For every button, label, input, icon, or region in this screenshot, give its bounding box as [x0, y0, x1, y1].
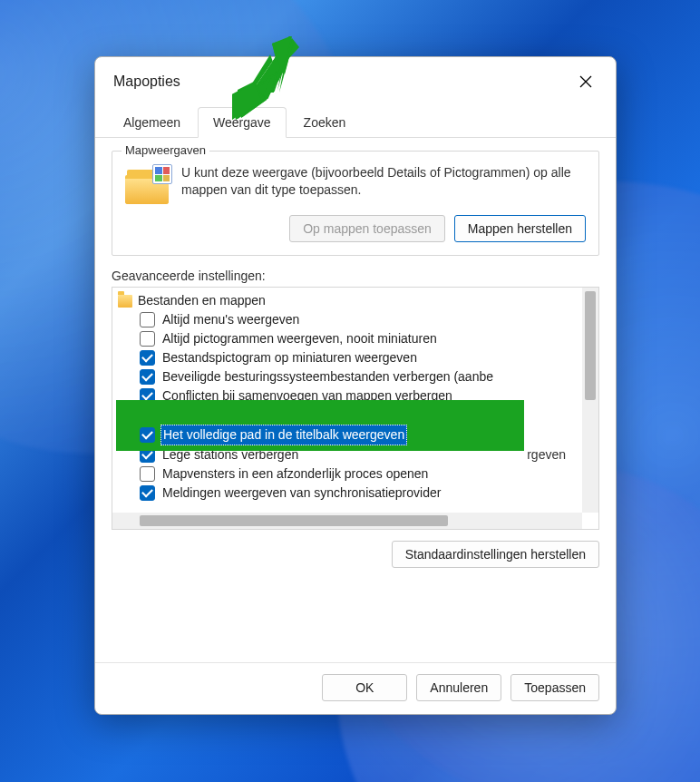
tree-item[interactable]: Bestandspictogram op miniaturen weergeve… [118, 348, 577, 367]
folder-options-dialog: Mapopties Algemeen Weergave Zoeken Mapwe… [94, 56, 617, 715]
tree-item-label: Beveiligde besturingssysteembestanden ve… [160, 367, 495, 386]
tree-root-files-folders: Bestanden en mappen [118, 291, 577, 310]
advanced-settings-label: Geavanceerde instellingen: [112, 269, 599, 283]
apply-button[interactable]: Toepassen [510, 674, 599, 701]
close-icon [579, 75, 592, 88]
tab-search[interactable]: Zoeken [288, 107, 362, 138]
checkbox[interactable] [140, 312, 155, 327]
tree-root-label: Bestanden en mappen [138, 291, 266, 310]
checkbox[interactable] [140, 485, 155, 501]
tree-item[interactable]: Altijd pictogrammen weergeven, nooit min… [118, 329, 577, 348]
tree-item-hidden2[interactable]: rgeven [118, 445, 577, 464]
tree-item[interactable]: Meldingen weergeven van synchronisatiepr… [118, 484, 577, 503]
advanced-settings-tree[interactable]: Bestanden en mappen Altijd menu's weerge… [112, 287, 599, 530]
tab-view[interactable]: Weergave [198, 107, 287, 138]
vertical-scrollbar[interactable] [582, 288, 598, 513]
tree-item[interactable]: Altijd menu's weergeven [118, 310, 577, 329]
checkbox[interactable] [140, 466, 155, 482]
folder-views-group-label: Mapweergaven [122, 143, 209, 157]
checkbox[interactable] [140, 350, 155, 366]
tree-item-label: Mapvensters in een afzonderlijk proces o… [160, 464, 430, 484]
ok-button[interactable]: OK [322, 674, 407, 701]
scrollbar-thumb[interactable] [585, 291, 596, 400]
tree-item-label: Meldingen weergeven van synchronisatiepr… [160, 484, 442, 503]
tree-item-full-path[interactable]: Het volledige pad in de titelbalk weerge… [118, 425, 577, 445]
tab-strip: Algemeen Weergave Zoeken [95, 103, 616, 138]
cancel-button[interactable]: Annuleren [416, 674, 501, 701]
tree-item-label: Altijd menu's weergeven [160, 310, 301, 329]
restore-defaults-button[interactable]: Standaardinstellingen herstellen [392, 541, 599, 568]
tree-item-label: Altijd pictogrammen weergeven, nooit min… [160, 329, 439, 348]
tree-item-trail: rgeven [525, 445, 568, 464]
tab-general[interactable]: Algemeen [108, 107, 196, 138]
titlebar: Mapopties [95, 57, 616, 103]
scrollbar-thumb[interactable] [140, 515, 448, 526]
checkbox[interactable] [140, 369, 155, 385]
folder-views-description: U kunt deze weergave (bijvoorbeeld Detai… [181, 164, 586, 199]
tree-item-trail: en [531, 406, 549, 425]
dialog-footer: OK Annuleren Toepassen [95, 662, 616, 714]
tree-item[interactable]: Mapvensters in een afzonderlijk proces o… [118, 464, 577, 484]
tree-item-label: Bestandspictogram op miniaturen weergeve… [160, 348, 419, 367]
tree-item[interactable]: Beveiligde besturingssysteembestanden ve… [118, 367, 577, 386]
checkbox[interactable] [140, 331, 155, 347]
folder-views-group: Mapweergaven U kunt deze weergave (bijvo… [112, 151, 599, 256]
tree-item-hidden[interactable]: en [118, 406, 577, 425]
tab-content: Mapweergaven U kunt deze weergave (bijvo… [95, 138, 616, 662]
folder-views-icon [125, 168, 169, 204]
checkbox[interactable] [140, 427, 155, 443]
dialog-title: Mapopties [113, 73, 180, 90]
close-button[interactable] [574, 70, 598, 93]
folder-icon [118, 295, 132, 308]
apply-to-folders-button[interactable]: Op mappen toepassen [289, 215, 445, 242]
tree-item-label: Het volledige pad in de titelbalk weerge… [160, 425, 407, 445]
horizontal-scrollbar[interactable] [112, 513, 582, 529]
reset-folders-button[interactable]: Mappen herstellen [454, 215, 586, 242]
